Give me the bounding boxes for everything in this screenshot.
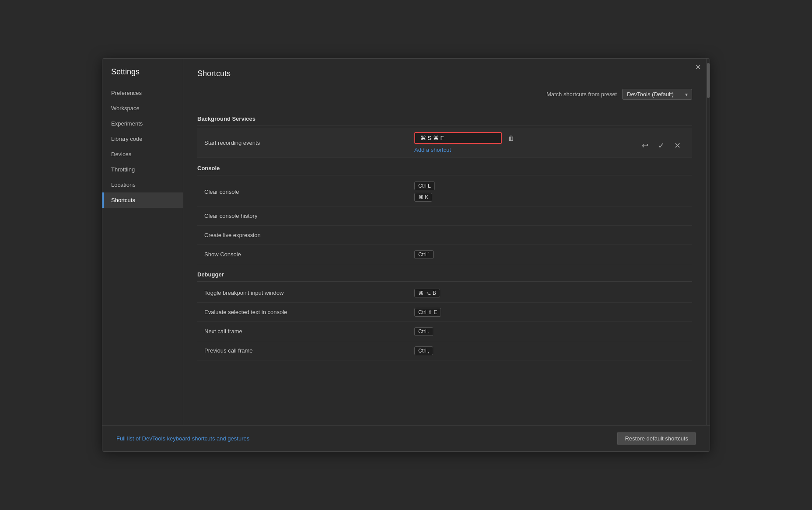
key-badge: Ctrl L <box>414 182 435 190</box>
scrollbar-thumb <box>707 63 710 98</box>
page-title: Shortcuts <box>197 69 692 78</box>
confirm-edit-button[interactable]: ✓ <box>655 140 667 151</box>
shortcut-row-previous-call-frame: Previous call frame Ctrl , <box>197 341 692 360</box>
shortcut-keys-clear-console: Ctrl L ⌘ K <box>414 182 685 202</box>
preset-select-wrapper: DevTools (Default) Visual Studio Code <box>622 89 692 100</box>
sidebar-item-preferences[interactable]: Preferences <box>102 85 183 101</box>
footer-link[interactable]: Full list of DevTools keyboard shortcuts… <box>116 435 249 442</box>
sidebar-item-devices[interactable]: Devices <box>102 147 183 162</box>
shortcut-name-toggle-breakpoint: Toggle breakpoint input window <box>204 290 414 296</box>
sidebar-item-throttling[interactable]: Throttling <box>102 162 183 177</box>
shortcut-name-next-call-frame: Next call frame <box>204 328 414 335</box>
sidebar-title: Settings <box>102 63 183 85</box>
shortcut-name-previous-call-frame: Previous call frame <box>204 347 414 354</box>
section-title-background-services: Background Services <box>197 112 692 126</box>
undo-edit-button[interactable]: ↩ <box>639 140 651 151</box>
key-badge: Ctrl ` <box>414 250 434 259</box>
key-badge: Ctrl . <box>414 327 433 336</box>
key-input-field[interactable] <box>414 132 502 144</box>
scrollbar-track[interactable] <box>706 59 710 425</box>
shortcut-row-evaluate-selected: Evaluate selected text in console Ctrl ⇧… <box>197 303 692 322</box>
shortcut-name-clear-console-history: Clear console history <box>204 213 414 219</box>
shortcut-row-start-recording: Start recording events 🗑 Add a shortcut <box>197 128 692 158</box>
edit-action-buttons: ↩ ✓ ✕ <box>639 140 683 151</box>
preset-row: Match shortcuts from preset DevTools (De… <box>197 89 692 100</box>
sidebar-item-shortcuts[interactable]: Shortcuts <box>102 192 183 208</box>
section-debugger: Debugger Toggle breakpoint input window … <box>197 268 692 360</box>
shortcut-name-evaluate-selected: Evaluate selected text in console <box>204 309 414 315</box>
shortcut-row-show-console: Show Console Ctrl ` <box>197 245 692 264</box>
section-console: Console Clear console Ctrl L ⌘ K Clear c… <box>197 161 692 264</box>
settings-window: ✕ Settings Preferences Workspace Experim… <box>102 58 710 452</box>
footer: Full list of DevTools keyboard shortcuts… <box>102 425 710 451</box>
shortcut-keys-previous-call-frame: Ctrl , <box>414 346 685 355</box>
shortcut-keys-next-call-frame: Ctrl . <box>414 327 685 336</box>
sidebar-item-experiments[interactable]: Experiments <box>102 116 183 131</box>
preset-select[interactable]: DevTools (Default) Visual Studio Code <box>622 89 692 100</box>
delete-shortcut-button[interactable]: 🗑 <box>505 133 517 143</box>
main-content: Shortcuts Match shortcuts from preset De… <box>183 59 706 425</box>
sidebar-item-locations[interactable]: Locations <box>102 177 183 192</box>
preset-label: Match shortcuts from preset <box>546 91 617 98</box>
shortcut-row-create-live-expression: Create live expression <box>197 226 692 245</box>
discard-edit-button[interactable]: ✕ <box>672 140 683 151</box>
key-badge: ⌘ ⌥ B <box>414 289 440 297</box>
shortcut-row-toggle-breakpoint: Toggle breakpoint input window ⌘ ⌥ B <box>197 283 692 303</box>
shortcut-keys-toggle-breakpoint: ⌘ ⌥ B <box>414 289 685 297</box>
key-badge: Ctrl ⇧ E <box>414 308 441 317</box>
shortcut-name-show-console: Show Console <box>204 251 414 258</box>
add-shortcut-link[interactable]: Add a shortcut <box>414 147 451 153</box>
sidebar-item-workspace[interactable]: Workspace <box>102 101 183 116</box>
shortcut-keys-evaluate-selected: Ctrl ⇧ E <box>414 308 685 317</box>
key-badge: Ctrl , <box>414 346 433 355</box>
sidebar: Settings Preferences Workspace Experimen… <box>102 59 183 425</box>
restore-defaults-button[interactable]: Restore default shortcuts <box>617 432 696 445</box>
shortcut-name-clear-console: Clear console <box>204 189 414 195</box>
section-background-services: Background Services Start recording even… <box>197 112 692 158</box>
shortcut-row-clear-console-history: Clear console history <box>197 206 692 226</box>
content-area: Shortcuts Match shortcuts from preset De… <box>183 59 710 425</box>
shortcut-keys-show-console: Ctrl ` <box>414 250 685 259</box>
shortcut-row-next-call-frame: Next call frame Ctrl . <box>197 322 692 341</box>
shortcut-name-create-live-expression: Create live expression <box>204 232 414 238</box>
key-badge: ⌘ K <box>414 193 432 202</box>
shortcut-name-start-recording: Start recording events <box>204 140 414 146</box>
shortcut-row-clear-console: Clear console Ctrl L ⌘ K <box>197 177 692 206</box>
section-title-debugger: Debugger <box>197 268 692 282</box>
section-title-console: Console <box>197 161 692 175</box>
sidebar-item-library-code[interactable]: Library code <box>102 131 183 147</box>
